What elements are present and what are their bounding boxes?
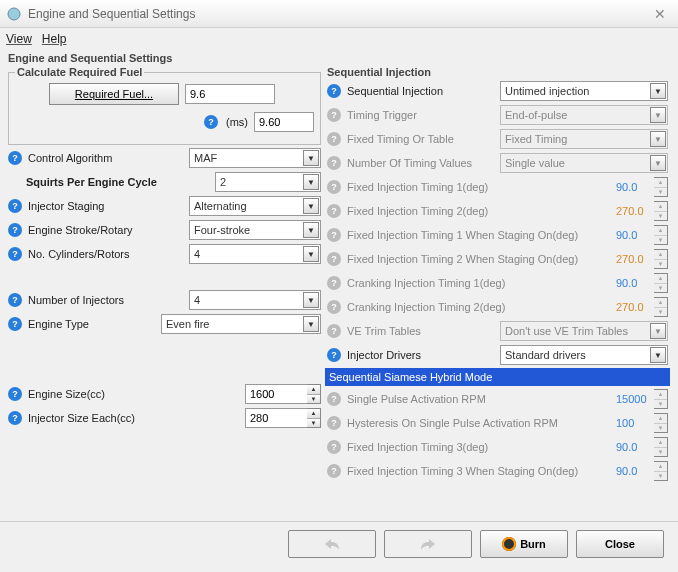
info-icon[interactable]: ? (8, 293, 22, 307)
required-fuel-value[interactable] (185, 84, 275, 104)
info-icon: ? (327, 156, 341, 170)
fixed-or-table-label: Fixed Timing Or Table (347, 133, 496, 145)
step-down-icon: ▼ (654, 308, 667, 317)
timing-trigger-select: End-of-pulse ▼ (500, 105, 668, 125)
engine-size-input[interactable] (245, 384, 307, 404)
fit2s-label: Fixed Injection Timing 2 When Staging On… (347, 253, 612, 265)
step-down-icon: ▼ (654, 424, 667, 433)
engine-size-label: Engine Size(cc) (28, 388, 241, 400)
chevron-down-icon: ▼ (650, 323, 666, 339)
left-column: Calculate Required Fuel Required Fuel...… (8, 66, 321, 488)
info-icon[interactable]: ? (8, 199, 22, 213)
close-button[interactable]: Close (576, 530, 664, 558)
control-algorithm-label: Control Algorithm (28, 152, 185, 164)
info-icon[interactable]: ? (8, 387, 22, 401)
info-icon[interactable]: ? (327, 84, 341, 98)
step-up-icon: ▲ (654, 226, 667, 236)
ve-trim-value: Don't use VE Trim Tables (505, 325, 628, 337)
step-up-icon: ▲ (654, 414, 667, 424)
inj-drivers-value: Standard drivers (505, 349, 586, 361)
calc-legend: Calculate Required Fuel (15, 66, 144, 78)
chevron-down-icon: ▼ (303, 198, 319, 214)
timing-trigger-label: Timing Trigger (347, 109, 496, 121)
num-injectors-value: 4 (194, 294, 200, 306)
info-icon[interactable]: ? (8, 247, 22, 261)
info-icon[interactable]: ? (327, 348, 341, 362)
injector-size-stepper[interactable]: ▲▼ (245, 408, 321, 428)
burn-button[interactable]: Burn (480, 530, 568, 558)
control-algorithm-value: MAF (194, 152, 217, 164)
required-fuel-ms[interactable] (254, 112, 314, 132)
redo-button[interactable] (384, 530, 472, 558)
chevron-down-icon: ▼ (650, 107, 666, 123)
control-algorithm-select[interactable]: MAF ▼ (189, 148, 321, 168)
info-icon: ? (327, 228, 341, 242)
engine-size-stepper[interactable]: ▲▼ (245, 384, 321, 404)
info-icon: ? (327, 416, 341, 430)
burn-icon (502, 537, 516, 551)
step-up-icon: ▲ (654, 298, 667, 308)
inj-drivers-label: Injector Drivers (347, 349, 496, 361)
squirts-select[interactable]: 2 ▼ (215, 172, 321, 192)
num-injectors-select[interactable]: 4 ▼ (189, 290, 321, 310)
step-down-icon[interactable]: ▼ (307, 419, 320, 428)
info-icon[interactable]: ? (204, 115, 218, 129)
info-icon[interactable]: ? (8, 317, 22, 331)
info-icon: ? (327, 392, 341, 406)
step-up-icon[interactable]: ▲ (307, 409, 320, 419)
section-heading: Engine and Sequential Settings (0, 50, 678, 66)
fit1-value: 90.0 (616, 181, 650, 193)
info-icon: ? (327, 252, 341, 266)
svg-point-0 (8, 8, 20, 20)
info-icon: ? (327, 276, 341, 290)
cylinders-label: No. Cylinders/Rotors (28, 248, 185, 260)
engine-stroke-select[interactable]: Four-stroke ▼ (189, 220, 321, 240)
footer: Burn Close (0, 521, 678, 566)
menu-view[interactable]: View (6, 32, 32, 46)
fixed-or-table-value: Fixed Timing (505, 133, 567, 145)
chevron-down-icon: ▼ (303, 222, 319, 238)
num-injectors-label: Number of Injectors (28, 294, 185, 306)
fit2s-value: 270.0 (616, 253, 650, 265)
info-icon[interactable]: ? (8, 411, 22, 425)
info-icon[interactable]: ? (8, 151, 22, 165)
step-up-icon: ▲ (654, 462, 667, 472)
ve-trim-select: Don't use VE Trim Tables ▼ (500, 321, 668, 341)
chevron-down-icon: ▼ (650, 83, 666, 99)
seq-injection-value: Untimed injection (505, 85, 589, 97)
step-up-icon: ▲ (654, 438, 667, 448)
injector-staging-select[interactable]: Alternating ▼ (189, 196, 321, 216)
step-down-icon[interactable]: ▼ (307, 395, 320, 404)
menu-help[interactable]: Help (42, 32, 67, 46)
info-icon[interactable]: ? (8, 223, 22, 237)
inj-drivers-select[interactable]: Standard drivers ▼ (500, 345, 668, 365)
close-icon[interactable]: ✕ (648, 4, 672, 24)
engine-type-value: Even fire (166, 318, 209, 330)
injector-size-input[interactable] (245, 408, 307, 428)
fit1s-label: Fixed Injection Timing 1 When Staging On… (347, 229, 612, 241)
engine-stroke-value: Four-stroke (194, 224, 250, 236)
chevron-down-icon: ▼ (303, 150, 319, 166)
engine-type-label: Engine Type (28, 318, 157, 330)
cylinders-select[interactable]: 4 ▼ (189, 244, 321, 264)
info-icon: ? (327, 440, 341, 454)
fit1s-value: 90.0 (616, 229, 650, 241)
engine-type-select[interactable]: Even fire ▼ (161, 314, 321, 334)
step-down-icon: ▼ (654, 284, 667, 293)
step-up-icon[interactable]: ▲ (307, 385, 320, 395)
crank1-value: 90.0 (616, 277, 650, 289)
squirts-label: Squirts Per Engine Cycle (26, 176, 211, 188)
crank2-value: 270.0 (616, 301, 650, 313)
step-up-icon: ▲ (654, 390, 667, 400)
seq-injection-select[interactable]: Untimed injection ▼ (500, 81, 668, 101)
info-icon: ? (327, 464, 341, 478)
chevron-down-icon: ▼ (303, 174, 319, 190)
ve-trim-label: VE Trim Tables (347, 325, 496, 337)
step-down-icon: ▼ (654, 448, 667, 457)
required-fuel-button[interactable]: Required Fuel... (49, 83, 179, 105)
crank1-label: Cranking Injection Timing 1(deg) (347, 277, 612, 289)
undo-icon (323, 537, 341, 551)
undo-button[interactable] (288, 530, 376, 558)
fit3-label: Fixed Injection Timing 3(deg) (347, 441, 612, 453)
fit3s-label: Fixed Injection Timing 3 When Staging On… (347, 465, 612, 477)
